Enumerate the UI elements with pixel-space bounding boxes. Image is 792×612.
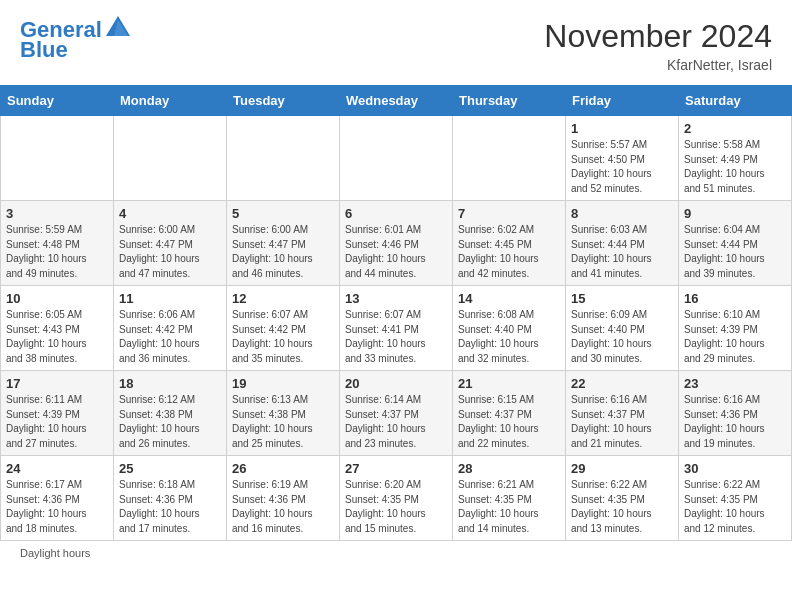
daylight-label: Daylight hours: [20, 547, 90, 559]
calendar-cell: 16Sunrise: 6:10 AM Sunset: 4:39 PM Dayli…: [679, 286, 792, 371]
day-info: Sunrise: 6:16 AM Sunset: 4:36 PM Dayligh…: [684, 393, 786, 451]
location: KfarNetter, Israel: [544, 57, 772, 73]
day-info: Sunrise: 6:15 AM Sunset: 4:37 PM Dayligh…: [458, 393, 560, 451]
day-number: 15: [571, 291, 673, 306]
calendar-cell: 17Sunrise: 6:11 AM Sunset: 4:39 PM Dayli…: [1, 371, 114, 456]
day-info: Sunrise: 5:58 AM Sunset: 4:49 PM Dayligh…: [684, 138, 786, 196]
day-info: Sunrise: 6:05 AM Sunset: 4:43 PM Dayligh…: [6, 308, 108, 366]
day-number: 11: [119, 291, 221, 306]
day-info: Sunrise: 6:01 AM Sunset: 4:46 PM Dayligh…: [345, 223, 447, 281]
logo-blue: Blue: [20, 38, 68, 62]
day-number: 17: [6, 376, 108, 391]
day-number: 16: [684, 291, 786, 306]
day-number: 30: [684, 461, 786, 476]
day-info: Sunrise: 5:59 AM Sunset: 4:48 PM Dayligh…: [6, 223, 108, 281]
day-number: 28: [458, 461, 560, 476]
day-info: Sunrise: 6:14 AM Sunset: 4:37 PM Dayligh…: [345, 393, 447, 451]
calendar-week-2: 3Sunrise: 5:59 AM Sunset: 4:48 PM Daylig…: [1, 201, 792, 286]
calendar-cell: 21Sunrise: 6:15 AM Sunset: 4:37 PM Dayli…: [453, 371, 566, 456]
day-number: 1: [571, 121, 673, 136]
calendar-cell: 3Sunrise: 5:59 AM Sunset: 4:48 PM Daylig…: [1, 201, 114, 286]
day-number: 13: [345, 291, 447, 306]
title-block: November 2024 KfarNetter, Israel: [544, 18, 772, 73]
day-info: Sunrise: 6:03 AM Sunset: 4:44 PM Dayligh…: [571, 223, 673, 281]
day-number: 5: [232, 206, 334, 221]
day-info: Sunrise: 6:22 AM Sunset: 4:35 PM Dayligh…: [684, 478, 786, 536]
day-info: Sunrise: 6:17 AM Sunset: 4:36 PM Dayligh…: [6, 478, 108, 536]
weekday-row: SundayMondayTuesdayWednesdayThursdayFrid…: [1, 86, 792, 116]
page-header: General Blue November 2024 KfarNetter, I…: [0, 0, 792, 81]
day-info: Sunrise: 6:21 AM Sunset: 4:35 PM Dayligh…: [458, 478, 560, 536]
calendar-body: 1Sunrise: 5:57 AM Sunset: 4:50 PM Daylig…: [1, 116, 792, 541]
day-info: Sunrise: 6:00 AM Sunset: 4:47 PM Dayligh…: [232, 223, 334, 281]
calendar-cell: 11Sunrise: 6:06 AM Sunset: 4:42 PM Dayli…: [114, 286, 227, 371]
calendar-cell: 9Sunrise: 6:04 AM Sunset: 4:44 PM Daylig…: [679, 201, 792, 286]
day-info: Sunrise: 6:07 AM Sunset: 4:42 PM Dayligh…: [232, 308, 334, 366]
calendar-cell: 28Sunrise: 6:21 AM Sunset: 4:35 PM Dayli…: [453, 456, 566, 541]
day-number: 9: [684, 206, 786, 221]
day-number: 27: [345, 461, 447, 476]
calendar-cell: 2Sunrise: 5:58 AM Sunset: 4:49 PM Daylig…: [679, 116, 792, 201]
calendar-cell: 15Sunrise: 6:09 AM Sunset: 4:40 PM Dayli…: [566, 286, 679, 371]
calendar-week-1: 1Sunrise: 5:57 AM Sunset: 4:50 PM Daylig…: [1, 116, 792, 201]
calendar-cell: 22Sunrise: 6:16 AM Sunset: 4:37 PM Dayli…: [566, 371, 679, 456]
calendar-week-4: 17Sunrise: 6:11 AM Sunset: 4:39 PM Dayli…: [1, 371, 792, 456]
calendar-cell: 23Sunrise: 6:16 AM Sunset: 4:36 PM Dayli…: [679, 371, 792, 456]
day-number: 29: [571, 461, 673, 476]
calendar-cell: 4Sunrise: 6:00 AM Sunset: 4:47 PM Daylig…: [114, 201, 227, 286]
day-number: 2: [684, 121, 786, 136]
calendar-cell: 26Sunrise: 6:19 AM Sunset: 4:36 PM Dayli…: [227, 456, 340, 541]
calendar-cell: 29Sunrise: 6:22 AM Sunset: 4:35 PM Dayli…: [566, 456, 679, 541]
day-number: 19: [232, 376, 334, 391]
day-number: 25: [119, 461, 221, 476]
calendar-cell: 10Sunrise: 6:05 AM Sunset: 4:43 PM Dayli…: [1, 286, 114, 371]
calendar-cell: [340, 116, 453, 201]
calendar-cell: [227, 116, 340, 201]
day-info: Sunrise: 5:57 AM Sunset: 4:50 PM Dayligh…: [571, 138, 673, 196]
day-info: Sunrise: 6:13 AM Sunset: 4:38 PM Dayligh…: [232, 393, 334, 451]
calendar-cell: 5Sunrise: 6:00 AM Sunset: 4:47 PM Daylig…: [227, 201, 340, 286]
calendar-cell: 27Sunrise: 6:20 AM Sunset: 4:35 PM Dayli…: [340, 456, 453, 541]
calendar-cell: 18Sunrise: 6:12 AM Sunset: 4:38 PM Dayli…: [114, 371, 227, 456]
day-number: 6: [345, 206, 447, 221]
weekday-header-monday: Monday: [114, 86, 227, 116]
calendar-cell: 30Sunrise: 6:22 AM Sunset: 4:35 PM Dayli…: [679, 456, 792, 541]
calendar-cell: 12Sunrise: 6:07 AM Sunset: 4:42 PM Dayli…: [227, 286, 340, 371]
calendar-cell: 20Sunrise: 6:14 AM Sunset: 4:37 PM Dayli…: [340, 371, 453, 456]
day-info: Sunrise: 6:12 AM Sunset: 4:38 PM Dayligh…: [119, 393, 221, 451]
page-container: General Blue November 2024 KfarNetter, I…: [0, 0, 792, 563]
calendar-cell: 6Sunrise: 6:01 AM Sunset: 4:46 PM Daylig…: [340, 201, 453, 286]
day-info: Sunrise: 6:19 AM Sunset: 4:36 PM Dayligh…: [232, 478, 334, 536]
weekday-header-thursday: Thursday: [453, 86, 566, 116]
day-info: Sunrise: 6:09 AM Sunset: 4:40 PM Dayligh…: [571, 308, 673, 366]
calendar-table: SundayMondayTuesdayWednesdayThursdayFrid…: [0, 85, 792, 541]
day-info: Sunrise: 6:02 AM Sunset: 4:45 PM Dayligh…: [458, 223, 560, 281]
day-number: 4: [119, 206, 221, 221]
day-number: 12: [232, 291, 334, 306]
day-number: 3: [6, 206, 108, 221]
calendar-cell: 8Sunrise: 6:03 AM Sunset: 4:44 PM Daylig…: [566, 201, 679, 286]
calendar-cell: [453, 116, 566, 201]
footer: Daylight hours: [0, 541, 792, 563]
day-number: 8: [571, 206, 673, 221]
day-number: 18: [119, 376, 221, 391]
calendar-cell: 19Sunrise: 6:13 AM Sunset: 4:38 PM Dayli…: [227, 371, 340, 456]
weekday-header-tuesday: Tuesday: [227, 86, 340, 116]
day-number: 10: [6, 291, 108, 306]
day-info: Sunrise: 6:20 AM Sunset: 4:35 PM Dayligh…: [345, 478, 447, 536]
calendar-cell: [1, 116, 114, 201]
day-info: Sunrise: 6:04 AM Sunset: 4:44 PM Dayligh…: [684, 223, 786, 281]
logo: General Blue: [20, 18, 132, 62]
calendar-cell: [114, 116, 227, 201]
day-number: 14: [458, 291, 560, 306]
day-info: Sunrise: 6:06 AM Sunset: 4:42 PM Dayligh…: [119, 308, 221, 366]
day-number: 21: [458, 376, 560, 391]
day-number: 22: [571, 376, 673, 391]
day-number: 7: [458, 206, 560, 221]
day-info: Sunrise: 6:22 AM Sunset: 4:35 PM Dayligh…: [571, 478, 673, 536]
weekday-header-sunday: Sunday: [1, 86, 114, 116]
weekday-header-friday: Friday: [566, 86, 679, 116]
calendar-week-5: 24Sunrise: 6:17 AM Sunset: 4:36 PM Dayli…: [1, 456, 792, 541]
day-number: 26: [232, 461, 334, 476]
day-info: Sunrise: 6:18 AM Sunset: 4:36 PM Dayligh…: [119, 478, 221, 536]
